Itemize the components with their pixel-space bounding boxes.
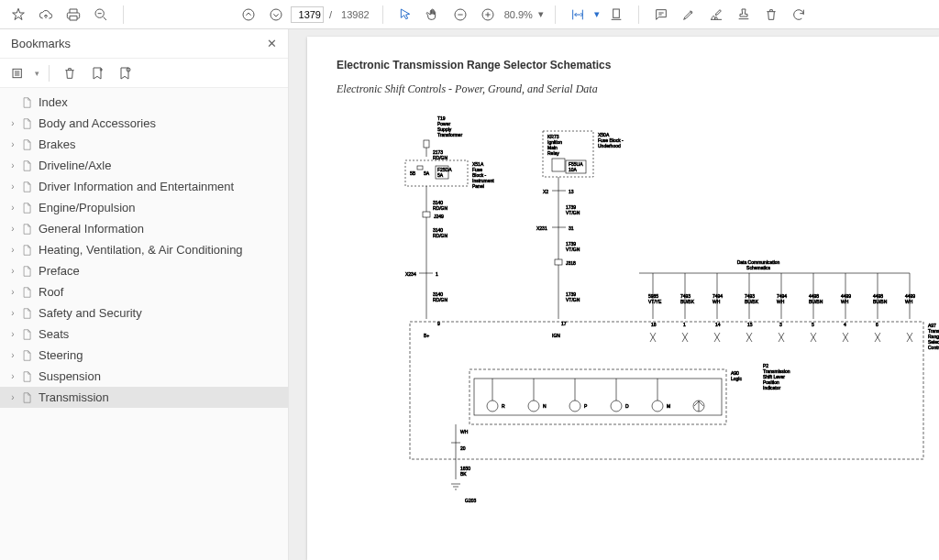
expand-icon[interactable]: › — [7, 287, 18, 297]
expand-icon[interactable]: › — [7, 245, 18, 255]
bookmarks-panel: Bookmarks ✕ ▾ Index›Body and Accessories… — [0, 29, 289, 560]
svg-text:RD/GN: RD/GN — [433, 233, 448, 238]
delete-icon[interactable] — [758, 2, 784, 27]
svg-point-1 — [243, 9, 254, 20]
svg-text:5A: 5A — [424, 170, 430, 176]
comment-icon[interactable] — [648, 2, 674, 27]
hand-pan-icon[interactable] — [420, 2, 446, 27]
bookmark-item-transmission[interactable]: ›Transmission — [0, 387, 288, 408]
expand-icon[interactable]: › — [7, 181, 18, 192]
page-number-input[interactable] — [291, 6, 324, 23]
svg-rect-23 — [417, 166, 423, 170]
expand-icon[interactable]: › — [7, 139, 18, 149]
bookmarks-tools: ▾ — [0, 59, 288, 88]
svg-text:X2: X2 — [543, 189, 548, 194]
expand-icon[interactable]: › — [7, 329, 18, 339]
svg-text:G203: G203 — [465, 498, 476, 503]
svg-text:Indicator: Indicator — [763, 385, 781, 390]
cloud-upload-icon[interactable] — [33, 2, 59, 27]
bookmark-item-seats[interactable]: ›Seats — [0, 324, 288, 345]
svg-text:VT/GN: VT/GN — [566, 247, 580, 252]
svg-point-2 — [271, 9, 282, 20]
bookmarks-tree: Index›Body and Accessories›Brakes›Drivel… — [0, 88, 288, 560]
document-viewport[interactable]: Electronic Transmission Range Selector S… — [289, 29, 939, 560]
svg-text:6: 6 — [876, 322, 878, 327]
panel-title: Bookmarks — [11, 37, 267, 50]
svg-point-138 — [611, 401, 622, 412]
delete-bookmark-icon[interactable] — [59, 62, 81, 84]
svg-text:5B: 5B — [410, 170, 416, 176]
bookmark-settings-icon[interactable] — [114, 62, 136, 84]
bookmark-item-suspension[interactable]: ›Suspension — [0, 366, 288, 387]
rotate-icon[interactable] — [786, 2, 812, 27]
svg-text:R: R — [502, 403, 505, 409]
bookmark-label: Transmission — [39, 390, 109, 404]
svg-text:14: 14 — [715, 322, 721, 327]
bookmark-label: Steering — [39, 348, 83, 362]
main-toolbar: / 13982 80.9% ▾ ▾ — [0, 0, 939, 29]
pointer-icon[interactable] — [392, 2, 418, 27]
svg-rect-5 — [613, 9, 620, 17]
bookmark-item-brakes[interactable]: ›Brakes — [0, 134, 288, 155]
svg-text:RD/GN: RD/GN — [433, 155, 448, 160]
add-bookmark-icon[interactable] — [86, 62, 108, 84]
zoom-in-icon[interactable] — [475, 2, 501, 27]
bookmark-label: Index — [39, 95, 68, 109]
bookmark-item-heating-ventilation-air-conditioning[interactable]: ›Heating, Ventilation, & Air Conditionin… — [0, 239, 288, 260]
bookmark-item-body-and-accessories[interactable]: ›Body and Accessories — [0, 113, 288, 134]
svg-text:J318: J318 — [566, 260, 576, 266]
svg-text:M: M — [667, 403, 670, 409]
svg-text:1: 1 — [683, 322, 686, 327]
fit-width-icon[interactable] — [565, 2, 591, 27]
zoom-out-icon[interactable] — [447, 2, 473, 27]
fit-page-icon[interactable] — [603, 2, 629, 27]
expand-icon[interactable]: › — [7, 308, 18, 318]
expand-icon[interactable]: › — [7, 224, 18, 234]
expand-icon[interactable]: › — [7, 392, 18, 402]
expand-icon[interactable]: › — [7, 160, 18, 170]
bookmark-item-driveline-axle[interactable]: ›Driveline/Axle — [0, 155, 288, 176]
svg-text:5A: 5A — [437, 172, 444, 178]
svg-text:N: N — [543, 403, 547, 409]
options-icon[interactable] — [7, 62, 29, 84]
expand-icon[interactable]: › — [7, 350, 18, 360]
svg-text:BU/BK: BU/BK — [745, 299, 759, 304]
bookmark-star-icon[interactable] — [6, 2, 31, 27]
svg-text:VT/YE: VT/YE — [648, 299, 662, 304]
expand-icon[interactable]: › — [7, 266, 18, 276]
svg-rect-49 — [552, 159, 565, 171]
svg-text:WH: WH — [460, 429, 469, 434]
bookmark-item-preface[interactable]: ›Preface — [0, 260, 288, 281]
bookmark-item-steering[interactable]: ›Steering — [0, 345, 288, 366]
bookmark-item-engine-propulsion[interactable]: ›Engine/Propulsion — [0, 197, 288, 218]
bookmark-item-index[interactable]: Index — [0, 92, 288, 113]
stamp-icon[interactable] — [731, 2, 757, 27]
expand-icon[interactable]: › — [7, 203, 18, 213]
svg-text:Panel: Panel — [472, 183, 484, 189]
svg-text:RD/GN: RD/GN — [433, 297, 448, 302]
close-panel-icon[interactable]: ✕ — [267, 37, 277, 50]
fit-dropdown-icon[interactable]: ▾ — [594, 8, 600, 20]
svg-text:10A: 10A — [569, 167, 578, 172]
bookmark-label: Suspension — [39, 369, 101, 383]
zoom-out-search-icon[interactable] — [88, 2, 114, 27]
scroll-up-icon[interactable] — [236, 2, 261, 27]
bookmark-item-general-information[interactable]: ›General Information — [0, 218, 288, 239]
schematic-diagram: T19PowerSupplyTransformer 2173RD/GN X51A… — [382, 113, 939, 534]
highlight-icon[interactable] — [676, 2, 701, 27]
scroll-down-icon[interactable] — [263, 2, 289, 27]
bookmark-item-driver-information-and-entertainment[interactable]: ›Driver Information and Entertainment — [0, 176, 288, 197]
print-icon[interactable] — [61, 2, 86, 27]
svg-text:P: P — [584, 403, 588, 409]
bookmark-item-roof[interactable]: ›Roof — [0, 281, 288, 302]
bookmark-label: Driveline/Axle — [39, 159, 111, 172]
svg-text:Transformer: Transformer — [437, 132, 462, 137]
expand-icon[interactable]: › — [7, 118, 18, 128]
expand-icon[interactable]: › — [7, 371, 18, 381]
bookmark-item-safety-and-security[interactable]: ›Safety and Security — [0, 302, 288, 324]
zoom-dropdown-icon[interactable]: ▾ — [538, 8, 544, 20]
svg-text:BU/BN: BU/BN — [809, 299, 823, 304]
bookmark-label: General Information — [39, 222, 144, 236]
doc-title: Electronic Transmission Range Selector S… — [337, 59, 939, 71]
sign-icon[interactable] — [703, 2, 729, 27]
